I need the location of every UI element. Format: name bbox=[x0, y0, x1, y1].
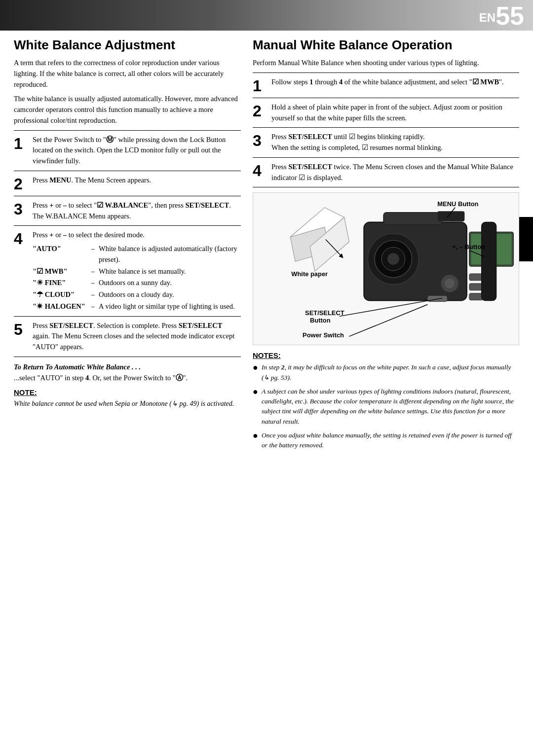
svg-rect-13 bbox=[469, 284, 483, 290]
svg-point-7 bbox=[387, 253, 399, 265]
note-bullet-3: ● Once you adjust white balance manually… bbox=[253, 431, 519, 451]
return-section: To Return To Automatic White Balance . .… bbox=[14, 362, 241, 384]
svg-point-17 bbox=[445, 279, 455, 288]
mode-cloud: "☂ CLOUD" – Outdoors on a cloudy day. bbox=[33, 288, 241, 300]
camera-diagram: White paper MENU Button +, – Button SET/… bbox=[253, 192, 519, 345]
left-step-4-content: Press + or – to select the desired mode.… bbox=[33, 230, 241, 312]
left-step-2-content: Press MENU. The Menu Screen appears. bbox=[33, 175, 241, 186]
bullet-dot-3: ● bbox=[253, 431, 262, 441]
right-step-1: 1 Follow steps 1 through 4 of the white … bbox=[253, 73, 519, 98]
header-bar: EN 55 bbox=[0, 0, 533, 31]
note-bullet-1: ● In step 2, it may be difficult to focu… bbox=[253, 362, 519, 383]
svg-text:+, – Button: +, – Button bbox=[452, 244, 485, 251]
right-step-3-content: Press SET/SELECT until ☑ begins blinking… bbox=[271, 132, 519, 153]
right-step-1-content: Follow steps 1 through 4 of the white ba… bbox=[271, 77, 519, 88]
right-tab-marker bbox=[519, 217, 533, 261]
right-step-2-content: Hold a sheet of plain white paper in fro… bbox=[271, 102, 519, 124]
note-text-3: Once you adjust white balance manually, … bbox=[262, 431, 519, 451]
left-step-3-content: Press + or – to select "☑ W.BALANCE", th… bbox=[33, 200, 241, 222]
mode-halogen-desc: A video light or similar type of lightin… bbox=[99, 300, 241, 312]
note-text-1: In step 2, it may be difficult to focus … bbox=[262, 362, 519, 383]
right-step-3: 3 Press SET/SELECT until ☑ begins blinki… bbox=[253, 128, 519, 158]
mode-mwb: "☑ MWB" – White balance is set manually. bbox=[33, 265, 241, 277]
mode-halogen: "✷ HALOGEN" – A video light or similar t… bbox=[33, 300, 241, 312]
mode-cloud-key: "☂ CLOUD" bbox=[33, 288, 91, 300]
right-intro: Perform Manual White Balance when shooti… bbox=[253, 58, 519, 69]
mode-mwb-key: "☑ MWB" bbox=[33, 265, 91, 277]
mode-auto-desc: White balance is adjusted automatically … bbox=[99, 243, 241, 265]
white-paper-label-text: White paper bbox=[291, 270, 328, 278]
right-step-4-content: Press SET/SELECT twice. The Menu Screen … bbox=[271, 162, 519, 183]
svg-rect-12 bbox=[469, 274, 483, 281]
notes-title: NOTES: bbox=[253, 351, 519, 360]
left-steps: 1 Set the Power Switch to "Ⓜ" while pres… bbox=[14, 130, 241, 357]
left-step-2-num: 2 bbox=[14, 176, 33, 192]
left-step-2: 2 Press MENU. The Menu Screen appears. bbox=[14, 171, 241, 196]
left-step-4: 4 Press + or – to select the desired mod… bbox=[14, 226, 241, 316]
diagram-svg: White paper MENU Button +, – Button SET/… bbox=[253, 193, 519, 345]
svg-text:Button: Button bbox=[310, 317, 331, 324]
note-bullet-2: ● A subject can be shot under various ty… bbox=[253, 387, 519, 427]
right-step-2-num: 2 bbox=[253, 103, 271, 119]
left-intro-1: A term that refers to the correctness of… bbox=[14, 58, 241, 90]
mode-auto: "AUTO" – White balance is adjusted autom… bbox=[33, 243, 241, 265]
left-step-1-num: 1 bbox=[14, 136, 33, 151]
svg-rect-10 bbox=[383, 213, 442, 225]
svg-rect-18 bbox=[427, 296, 447, 302]
mode-halogen-key: "✷ HALOGEN" bbox=[33, 300, 91, 312]
left-step-1-content: Set the Power Switch to "Ⓜ" while pressi… bbox=[33, 135, 241, 167]
left-step-5-content: Press SET/SELECT. Selection is complete.… bbox=[33, 321, 241, 353]
mode-cloud-desc: Outdoors on a cloudy day. bbox=[99, 288, 241, 300]
left-step-1: 1 Set the Power Switch to "Ⓜ" while pres… bbox=[14, 131, 241, 171]
left-step-3: 3 Press + or – to select "☑ W.BALANCE", … bbox=[14, 196, 241, 226]
right-step-1-num: 1 bbox=[253, 78, 271, 94]
notes-section: NOTES: ● In step 2, it may be difficult … bbox=[253, 351, 519, 450]
note-text: White balance cannot be used when Sepia … bbox=[14, 398, 241, 409]
left-step-4-num: 4 bbox=[14, 231, 33, 247]
mode-auto-key: "AUTO" bbox=[33, 243, 91, 265]
return-title: To Return To Automatic White Balance . .… bbox=[14, 363, 141, 371]
left-step-5-num: 5 bbox=[14, 322, 33, 337]
mode-fine: "☀ FINE" – Outdoors on a sunny day. bbox=[33, 277, 241, 288]
right-steps: 1 Follow steps 1 through 4 of the white … bbox=[253, 72, 519, 188]
right-section-title: Manual White Balance Operation bbox=[253, 37, 519, 53]
right-step-3-num: 3 bbox=[253, 133, 271, 148]
left-step-3-num: 3 bbox=[14, 201, 33, 217]
mode-table: "AUTO" – White balance is adjusted autom… bbox=[33, 243, 241, 312]
mode-fine-desc: Outdoors on a sunny day. bbox=[99, 277, 241, 288]
bullet-dot-2: ● bbox=[253, 387, 262, 397]
left-column: White Balance Adjustment A term that ref… bbox=[14, 31, 241, 454]
right-column: Manual White Balance Operation Perform M… bbox=[253, 31, 519, 454]
note-text-2: A subject can be shot under various type… bbox=[262, 387, 519, 427]
svg-text:Power Switch: Power Switch bbox=[303, 331, 344, 339]
svg-text:SET/SELECT: SET/SELECT bbox=[305, 310, 344, 317]
mode-fine-key: "☀ FINE" bbox=[33, 277, 91, 288]
right-step-4-num: 4 bbox=[253, 163, 271, 179]
right-step-2: 2 Hold a sheet of plain white paper in f… bbox=[253, 98, 519, 128]
en-prefix: EN bbox=[479, 11, 495, 25]
mode-mwb-desc: White balance is set manually. bbox=[99, 265, 241, 277]
left-intro-2: The white balance is usually adjusted au… bbox=[14, 94, 241, 126]
note-title: NOTE: bbox=[14, 388, 241, 396]
bullet-dot-1: ● bbox=[253, 362, 262, 373]
svg-rect-14 bbox=[469, 293, 483, 300]
page-number: 55 bbox=[495, 3, 524, 29]
main-content: White Balance Adjustment A term that ref… bbox=[0, 31, 533, 454]
return-text: ...select "AUTO" in step 4. Or, set the … bbox=[14, 374, 188, 382]
left-step-5: 5 Press SET/SELECT. Selection is complet… bbox=[14, 317, 241, 357]
left-section-title: White Balance Adjustment bbox=[14, 37, 241, 53]
svg-text:MENU Button: MENU Button bbox=[437, 200, 478, 208]
svg-rect-15 bbox=[482, 222, 496, 301]
right-step-4: 4 Press SET/SELECT twice. The Menu Scree… bbox=[253, 158, 519, 188]
svg-line-28 bbox=[349, 305, 427, 337]
note-section: NOTE: White balance cannot be used when … bbox=[14, 388, 241, 409]
